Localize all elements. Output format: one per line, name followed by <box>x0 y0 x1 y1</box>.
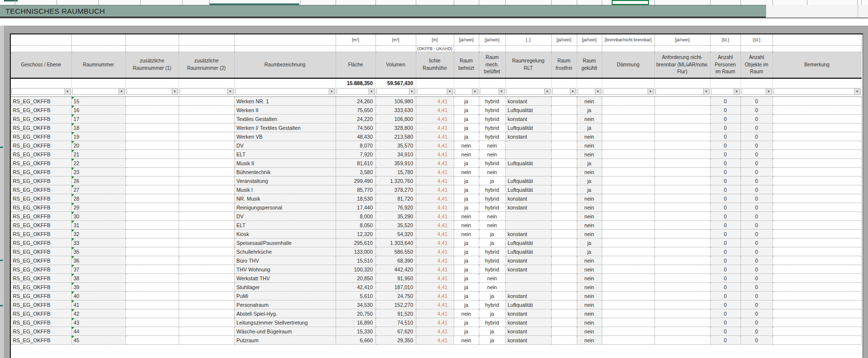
cell-personen[interactable]: 0 <box>710 230 741 239</box>
cell-objekte[interactable]: 0 <box>741 239 773 247</box>
cell-hoehe[interactable]: 4,41 <box>416 292 454 300</box>
cell-belueftet[interactable]: hybrid <box>479 300 505 309</box>
cell-beheizt[interactable]: ja <box>454 123 479 132</box>
cell-flaeche[interactable]: 48,430 <box>336 132 375 141</box>
filter-input-belueftet[interactable]: ▼ <box>480 88 505 95</box>
cell-belueftet[interactable]: hybrid <box>479 97 505 106</box>
cell-gekuehlt[interactable]: nein <box>577 150 602 159</box>
cell-personen[interactable]: 0 <box>710 336 741 345</box>
cell-anforderung[interactable] <box>654 265 710 274</box>
cell-volumen[interactable]: 378,270 <box>375 185 416 194</box>
cell-geschoss[interactable]: RS_EG_OKFFB <box>11 256 71 265</box>
cell-hoehe[interactable]: 4,41 <box>416 203 454 212</box>
cell-gekuehlt[interactable]: ja <box>577 159 602 168</box>
cell-belueftet[interactable]: hybrid <box>479 203 505 212</box>
cell-zus1[interactable] <box>125 230 179 239</box>
cell-personen[interactable]: 0 <box>710 168 741 177</box>
cell-hoehe[interactable]: 4,41 <box>416 265 454 274</box>
cell-volumen[interactable]: 35,570 <box>375 141 416 150</box>
cell-zus1[interactable] <box>125 274 179 283</box>
cell-gekuehlt[interactable]: nein <box>577 292 602 300</box>
filter-input-rlt[interactable]: ▼ <box>506 88 551 95</box>
cell-zus1[interactable] <box>125 185 179 194</box>
cell-gekuehlt[interactable]: nein <box>577 97 602 106</box>
cell-beheizt[interactable]: nein <box>454 230 479 239</box>
cell-objekte[interactable]: 0 <box>741 159 773 168</box>
cell-objekte[interactable]: 0 <box>741 327 773 336</box>
cell-zus2[interactable] <box>179 230 234 239</box>
cell-beheizt[interactable]: nein <box>454 150 479 159</box>
cell-raumnummer[interactable]: 26 <box>71 177 125 185</box>
cell-zus1[interactable] <box>125 309 179 318</box>
cell-geschoss[interactable]: RS_EG_OKFFB <box>11 239 71 247</box>
cell-gekuehlt[interactable]: nein <box>577 327 602 336</box>
cell-bezeichnung[interactable]: Putzraum <box>234 336 336 345</box>
cell-raumnummer[interactable]: 33 <box>71 239 125 247</box>
cell-frostfrei[interactable] <box>551 123 577 132</box>
cell-anforderung[interactable] <box>654 292 710 300</box>
cell-zus2[interactable] <box>179 239 234 247</box>
cell-frostfrei[interactable] <box>551 292 577 300</box>
cell-flaeche[interactable]: 7,920 <box>336 150 375 159</box>
cell-frostfrei[interactable] <box>551 327 577 336</box>
cell-personen[interactable]: 0 <box>710 318 741 327</box>
cell-gekuehlt[interactable]: nein <box>577 265 602 274</box>
cell-geschoss[interactable]: RS_EG_OKFFB <box>11 309 71 318</box>
cell-objekte[interactable]: 0 <box>741 115 773 123</box>
cell-zus2[interactable] <box>179 309 234 318</box>
cell-objekte[interactable]: 0 <box>741 300 773 309</box>
cell-geschoss[interactable]: RS_EG_OKFFB <box>11 230 71 239</box>
cell-flaeche[interactable]: 24,220 <box>336 115 375 123</box>
cell-hoehe[interactable]: 4,41 <box>416 141 454 150</box>
cell-frostfrei[interactable] <box>551 212 577 221</box>
cell-daemmung[interactable] <box>602 318 654 327</box>
cell-anforderung[interactable] <box>654 159 710 168</box>
filter-input-flaeche[interactable]: ▼ <box>337 88 375 95</box>
cell-rlt[interactable]: konstant <box>505 132 551 141</box>
cell-bemerkung[interactable] <box>773 159 861 168</box>
cell-flaeche[interactable]: 42,410 <box>336 283 375 292</box>
cell-objekte[interactable]: 0 <box>741 132 773 141</box>
cell-rlt[interactable] <box>505 212 551 221</box>
cell-zus1[interactable] <box>125 159 179 168</box>
cell-volumen[interactable]: 35,520 <box>375 221 416 230</box>
cell-frostfrei[interactable] <box>551 150 577 159</box>
cell-frostfrei[interactable] <box>551 318 577 327</box>
cell-belueftet[interactable]: ja <box>479 327 505 336</box>
cell-anforderung[interactable] <box>654 203 710 212</box>
cell-frostfrei[interactable] <box>551 309 577 318</box>
cell-rlt[interactable]: konstant <box>505 194 551 203</box>
cell-objekte[interactable]: 0 <box>741 230 773 239</box>
cell-personen[interactable]: 0 <box>710 115 741 123</box>
cell-anforderung[interactable] <box>654 283 710 292</box>
filter-input-geschoss[interactable]: ▼ <box>11 88 71 95</box>
cell-daemmung[interactable] <box>602 177 654 185</box>
cell-anforderung[interactable] <box>654 106 710 115</box>
cell-daemmung[interactable] <box>602 292 654 300</box>
filter-dropdown-icon[interactable]: ▼ <box>369 89 374 94</box>
cell-raumnummer[interactable]: 23 <box>71 168 125 177</box>
cell-beheizt[interactable]: nein <box>454 221 479 230</box>
cell-gekuehlt[interactable]: ja <box>577 106 602 115</box>
cell-frostfrei[interactable] <box>551 97 577 106</box>
cell-raumnummer[interactable]: 21 <box>71 150 125 159</box>
cell-belueftet[interactable]: ja <box>479 230 505 239</box>
cell-bemerkung[interactable] <box>773 168 861 177</box>
cell-belueftet[interactable]: nein <box>479 150 505 159</box>
cell-zus1[interactable] <box>125 97 179 106</box>
cell-objekte[interactable]: 0 <box>741 106 773 115</box>
filter-input-zus1[interactable]: ▼ <box>126 88 178 95</box>
cell-anforderung[interactable] <box>654 318 710 327</box>
cell-personen[interactable]: 0 <box>710 265 741 274</box>
cell-personen[interactable]: 0 <box>710 132 741 141</box>
cell-volumen[interactable]: 76,920 <box>375 203 416 212</box>
cell-zus1[interactable] <box>125 106 179 115</box>
cell-bezeichnung[interactable]: Speisesaal/Pausenhalle <box>234 239 336 247</box>
cell-zus1[interactable] <box>125 150 179 159</box>
cell-objekte[interactable]: 0 <box>741 123 773 132</box>
cell-objekte[interactable]: 0 <box>741 221 773 230</box>
cell-bezeichnung[interactable]: Büro THV <box>234 256 336 265</box>
cell-anforderung[interactable] <box>654 115 710 123</box>
cell-bezeichnung[interactable]: Textiles Gestalten <box>234 115 336 123</box>
cell-geschoss[interactable]: RS_EG_OKFFB <box>11 265 71 274</box>
